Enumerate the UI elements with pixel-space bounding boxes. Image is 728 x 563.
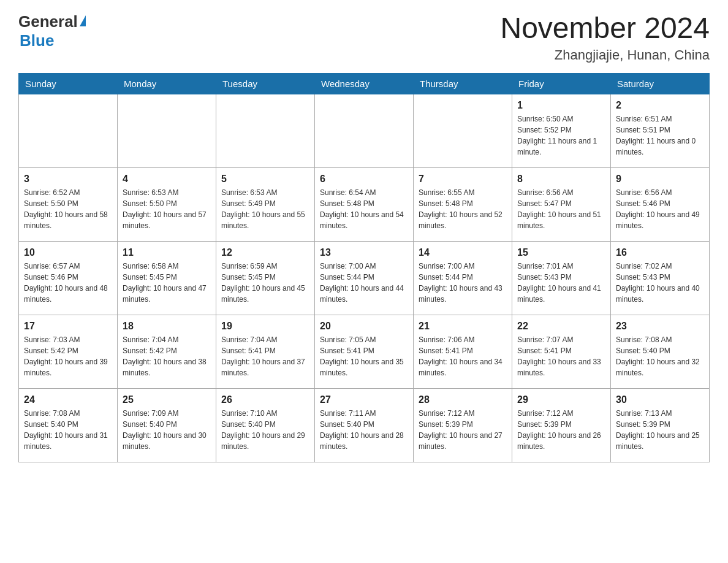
day-info: Sunrise: 6:59 AMSunset: 5:45 PMDaylight:…: [221, 261, 309, 305]
calendar-cell: 17Sunrise: 7:03 AMSunset: 5:42 PMDayligh…: [19, 315, 118, 388]
day-number: 30: [616, 393, 704, 407]
day-info: Sunrise: 7:07 AMSunset: 5:41 PMDaylight:…: [517, 334, 605, 378]
calendar-cell: 15Sunrise: 7:01 AMSunset: 5:43 PMDayligh…: [512, 241, 611, 315]
calendar-cell: 29Sunrise: 7:12 AMSunset: 5:39 PMDayligh…: [512, 388, 611, 462]
day-info: Sunrise: 7:13 AMSunset: 5:39 PMDaylight:…: [616, 408, 704, 452]
calendar-cell: 24Sunrise: 7:08 AMSunset: 5:40 PMDayligh…: [19, 388, 118, 462]
title-section: November 2024 Zhangjiajie, Hunan, China: [500, 12, 710, 63]
day-info: Sunrise: 7:10 AMSunset: 5:40 PMDaylight:…: [221, 408, 309, 452]
day-number: 25: [123, 393, 211, 407]
day-info: Sunrise: 6:51 AMSunset: 5:51 PMDaylight:…: [616, 113, 704, 158]
calendar-cell: 12Sunrise: 6:59 AMSunset: 5:45 PMDayligh…: [216, 241, 315, 315]
day-info: Sunrise: 7:11 AMSunset: 5:40 PMDaylight:…: [320, 408, 408, 452]
calendar-cell: 30Sunrise: 7:13 AMSunset: 5:39 PMDayligh…: [611, 388, 710, 462]
day-number: 4: [123, 172, 211, 186]
day-info: Sunrise: 7:01 AMSunset: 5:43 PMDaylight:…: [517, 261, 605, 305]
day-number: 9: [616, 172, 704, 186]
day-info: Sunrise: 6:57 AMSunset: 5:46 PMDaylight:…: [24, 261, 112, 305]
calendar-table: SundayMondayTuesdayWednesdayThursdayFrid…: [18, 73, 710, 462]
day-number: 6: [320, 172, 408, 186]
day-number: 11: [123, 245, 211, 259]
day-number: 13: [320, 245, 408, 259]
calendar-header-thursday: Thursday: [414, 73, 512, 94]
day-number: 3: [24, 172, 112, 186]
day-number: 24: [24, 393, 112, 407]
calendar-cell: 3Sunrise: 6:52 AMSunset: 5:50 PMDaylight…: [19, 167, 118, 241]
day-info: Sunrise: 6:50 AMSunset: 5:52 PMDaylight:…: [517, 113, 605, 158]
day-number: 20: [320, 319, 408, 333]
day-number: 1: [517, 98, 605, 112]
day-number: 12: [221, 245, 309, 259]
calendar-cell: 8Sunrise: 6:56 AMSunset: 5:47 PMDaylight…: [512, 167, 611, 241]
day-number: 23: [616, 319, 704, 333]
month-title: November 2024: [500, 12, 710, 45]
day-info: Sunrise: 7:00 AMSunset: 5:44 PMDaylight:…: [320, 261, 408, 305]
calendar-cell: 21Sunrise: 7:06 AMSunset: 5:41 PMDayligh…: [414, 315, 512, 388]
calendar-header-tuesday: Tuesday: [216, 73, 315, 94]
day-info: Sunrise: 7:06 AMSunset: 5:41 PMDaylight:…: [419, 334, 507, 378]
calendar-cell: 5Sunrise: 6:53 AMSunset: 5:49 PMDaylight…: [216, 167, 315, 241]
calendar-cell: 18Sunrise: 7:04 AMSunset: 5:42 PMDayligh…: [118, 315, 216, 388]
logo-blue-text: Blue: [20, 31, 54, 50]
calendar-week-row: 3Sunrise: 6:52 AMSunset: 5:50 PMDaylight…: [19, 167, 710, 241]
calendar-cell: [19, 94, 118, 167]
calendar-cell: [118, 94, 216, 167]
calendar-cell: 10Sunrise: 6:57 AMSunset: 5:46 PMDayligh…: [19, 241, 118, 315]
calendar-cell: 11Sunrise: 6:58 AMSunset: 5:45 PMDayligh…: [118, 241, 216, 315]
day-info: Sunrise: 7:08 AMSunset: 5:40 PMDaylight:…: [616, 334, 704, 378]
calendar-week-row: 1Sunrise: 6:50 AMSunset: 5:52 PMDaylight…: [19, 94, 710, 167]
calendar-cell: 27Sunrise: 7:11 AMSunset: 5:40 PMDayligh…: [315, 388, 414, 462]
day-number: 27: [320, 393, 408, 407]
calendar-cell: 13Sunrise: 7:00 AMSunset: 5:44 PMDayligh…: [315, 241, 414, 315]
day-number: 29: [517, 393, 605, 407]
calendar-cell: [315, 94, 414, 167]
logo-general-text: General: [18, 12, 78, 31]
day-number: 5: [221, 172, 309, 186]
day-info: Sunrise: 7:02 AMSunset: 5:43 PMDaylight:…: [616, 261, 704, 305]
day-info: Sunrise: 7:05 AMSunset: 5:41 PMDaylight:…: [320, 334, 408, 378]
calendar-cell: 25Sunrise: 7:09 AMSunset: 5:40 PMDayligh…: [118, 388, 216, 462]
day-number: 2: [616, 98, 704, 112]
calendar-header-saturday: Saturday: [611, 73, 710, 94]
calendar-cell: 22Sunrise: 7:07 AMSunset: 5:41 PMDayligh…: [512, 315, 611, 388]
day-number: 22: [517, 319, 605, 333]
day-info: Sunrise: 7:12 AMSunset: 5:39 PMDaylight:…: [419, 408, 507, 452]
calendar-header-friday: Friday: [512, 73, 611, 94]
day-info: Sunrise: 7:03 AMSunset: 5:42 PMDaylight:…: [24, 334, 112, 378]
day-info: Sunrise: 7:04 AMSunset: 5:41 PMDaylight:…: [221, 334, 309, 378]
calendar-cell: 2Sunrise: 6:51 AMSunset: 5:51 PMDaylight…: [611, 94, 710, 167]
calendar-cell: 26Sunrise: 7:10 AMSunset: 5:40 PMDayligh…: [216, 388, 315, 462]
calendar-week-row: 10Sunrise: 6:57 AMSunset: 5:46 PMDayligh…: [19, 241, 710, 315]
logo: General Blue: [18, 12, 86, 50]
calendar-header-monday: Monday: [118, 73, 216, 94]
day-number: 10: [24, 245, 112, 259]
day-info: Sunrise: 6:58 AMSunset: 5:45 PMDaylight:…: [123, 261, 211, 305]
calendar-header-row: SundayMondayTuesdayWednesdayThursdayFrid…: [19, 73, 710, 94]
calendar-cell: 20Sunrise: 7:05 AMSunset: 5:41 PMDayligh…: [315, 315, 414, 388]
day-number: 16: [616, 245, 704, 259]
calendar-cell: 19Sunrise: 7:04 AMSunset: 5:41 PMDayligh…: [216, 315, 315, 388]
calendar-cell: 14Sunrise: 7:00 AMSunset: 5:44 PMDayligh…: [414, 241, 512, 315]
calendar-week-row: 24Sunrise: 7:08 AMSunset: 5:40 PMDayligh…: [19, 388, 710, 462]
calendar-cell: 28Sunrise: 7:12 AMSunset: 5:39 PMDayligh…: [414, 388, 512, 462]
day-number: 17: [24, 319, 112, 333]
day-info: Sunrise: 7:00 AMSunset: 5:44 PMDaylight:…: [419, 261, 507, 305]
day-info: Sunrise: 6:53 AMSunset: 5:49 PMDaylight:…: [221, 187, 309, 231]
calendar-cell: [216, 94, 315, 167]
logo-triangle-icon: [80, 15, 86, 26]
day-info: Sunrise: 7:09 AMSunset: 5:40 PMDaylight:…: [123, 408, 211, 452]
calendar-cell: 16Sunrise: 7:02 AMSunset: 5:43 PMDayligh…: [611, 241, 710, 315]
calendar-header-wednesday: Wednesday: [315, 73, 414, 94]
day-info: Sunrise: 6:52 AMSunset: 5:50 PMDaylight:…: [24, 187, 112, 231]
day-info: Sunrise: 6:54 AMSunset: 5:48 PMDaylight:…: [320, 187, 408, 231]
calendar-cell: 4Sunrise: 6:53 AMSunset: 5:50 PMDaylight…: [118, 167, 216, 241]
calendar-header-sunday: Sunday: [19, 73, 118, 94]
day-info: Sunrise: 6:55 AMSunset: 5:48 PMDaylight:…: [419, 187, 507, 231]
day-number: 15: [517, 245, 605, 259]
day-info: Sunrise: 7:04 AMSunset: 5:42 PMDaylight:…: [123, 334, 211, 378]
day-info: Sunrise: 6:56 AMSunset: 5:47 PMDaylight:…: [517, 187, 605, 231]
calendar-cell: [414, 94, 512, 167]
day-number: 18: [123, 319, 211, 333]
day-number: 7: [419, 172, 507, 186]
calendar-week-row: 17Sunrise: 7:03 AMSunset: 5:42 PMDayligh…: [19, 315, 710, 388]
